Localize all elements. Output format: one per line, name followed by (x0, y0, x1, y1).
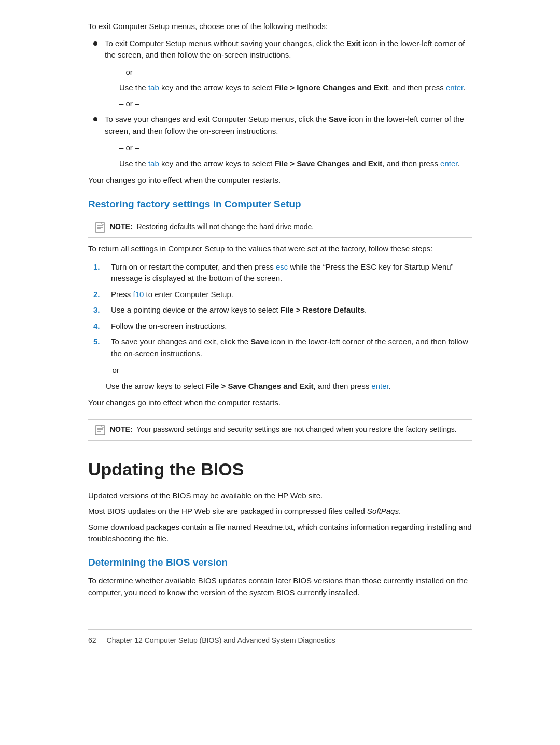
bullet-dot-2 (93, 117, 97, 121)
changes-effect-1: Your changes go into effect when the com… (88, 175, 472, 187)
bullet-item-1: To exit Computer Setup menus without sav… (88, 38, 472, 61)
enter-link-1[interactable]: enter (446, 83, 463, 92)
step-2: 2. Press f10 to enter Computer Setup. (88, 289, 472, 301)
step5-sub-text: Use the arrow keys to select File > Save… (106, 381, 472, 392)
step-2-content: Press f10 to enter Computer Setup. (111, 289, 472, 301)
step-5-content: To save your changes and exit, click the… (111, 336, 472, 359)
restoring-section-heading: Restoring factory settings in Computer S… (88, 197, 472, 212)
bullet-2-text-before: To save your changes and exit Computer S… (105, 115, 329, 123)
step-5-text-before: To save your changes and exit, click the (111, 337, 250, 346)
step-2-text-after: to enter Computer Setup. (144, 290, 233, 299)
step5-sub-end: . (389, 382, 391, 390)
esc-link[interactable]: esc (276, 262, 288, 271)
changes-effect-2: Your changes go into effect when the com… (88, 397, 472, 409)
restoring-steps-list: 1. Turn on or restart the computer, and … (88, 261, 472, 360)
step-2-text-before: Press (111, 290, 133, 299)
step-4-content: Follow the on-screen instructions. (111, 320, 472, 332)
bullet-1-content: To exit Computer Setup menus without sav… (105, 38, 472, 61)
note-label-1: NOTE: (110, 222, 133, 231)
note-box-2: NOTE: Your password settings and securit… (88, 419, 472, 441)
or-separator-2: – or – (119, 98, 472, 110)
sub-text-middle-2: key and the arrow keys to select (159, 159, 275, 168)
determining-section-heading: Determining the BIOS version (88, 555, 472, 570)
step5-sub-bold: File > Save Changes and Exit (206, 382, 314, 390)
restoring-intro: To return all settings in Computer Setup… (88, 243, 472, 255)
or-separator-1: – or – (119, 66, 472, 78)
step5-sub-middle: , and then press (314, 382, 372, 390)
step-5-bold: Save (250, 337, 269, 346)
bullet-dot-1 (93, 41, 97, 46)
step-number-2: 2. (93, 289, 107, 301)
note-box-1: NOTE: Restoring defaults will not change… (88, 217, 472, 238)
page-footer: 62 Chapter 12 Computer Setup (BIOS) and … (88, 629, 472, 646)
step-1-content: Turn on or restart the computer, and the… (111, 261, 472, 285)
step-4: 4. Follow the on-screen instructions. (88, 320, 472, 332)
footer-page-number: 62 (88, 635, 96, 646)
note-1-text: Restoring defaults will not change the h… (136, 222, 314, 231)
enter-link-2[interactable]: enter (440, 159, 457, 168)
step-number-4: 4. (93, 320, 107, 332)
step-number-1: 1. (93, 261, 107, 273)
bullet-1-sub-text: Use the tab key and the arrow keys to se… (119, 82, 472, 94)
step-number-5: 5. (93, 336, 107, 348)
bullet-1-bold-exit: Exit (346, 39, 361, 48)
sub-text-end-1: . (463, 83, 465, 92)
sub-text-middle-1: key and the arrow keys to select (159, 83, 275, 92)
step-3-bold: File > Restore Defaults (281, 305, 365, 314)
step-5: 5. To save your changes and exit, click … (88, 336, 472, 359)
sub-bold-1: File > Ignore Changes and Exit (274, 83, 388, 92)
step-3: 3. Use a pointing device or the arrow ke… (88, 304, 472, 316)
enter-link-3[interactable]: enter (371, 382, 388, 390)
or-separator-4: – or – (106, 364, 472, 376)
sub-text-after-1: , and then press (388, 83, 446, 92)
updating-bios-heading: Updating the BIOS (88, 456, 472, 483)
bullet-2-bold-save: Save (329, 115, 347, 123)
step-1: 1. Turn on or restart the computer, and … (88, 261, 472, 285)
tab-link-2[interactable]: tab (148, 159, 159, 168)
sub-text-before-2: Use the (119, 159, 148, 168)
page-container: To exit Computer Setup menus, choose one… (57, 0, 503, 677)
footer-chapter-text: Chapter 12 Computer Setup (BIOS) and Adv… (107, 635, 335, 646)
footer-content: 62 Chapter 12 Computer Setup (BIOS) and … (88, 635, 472, 646)
step5-sub-before: Use the arrow keys to select (106, 382, 206, 390)
updating-bios-para1: Updated versions of the BIOS may be avai… (88, 490, 472, 502)
sub-text-end-2: . (457, 159, 459, 168)
note-icon-1 (94, 222, 106, 233)
step-3-text-before: Use a pointing device or the arrow keys … (111, 305, 281, 314)
step-1-text-before: Turn on or restart the computer, and the… (111, 262, 276, 271)
para2-before: Most BIOS updates on the HP Web site are… (88, 507, 367, 515)
updating-bios-para3: Some download packages contain a file na… (88, 522, 472, 545)
step-3-content: Use a pointing device or the arrow keys … (111, 304, 472, 316)
note-2-text: Your password settings and security sett… (136, 425, 456, 433)
note-icon-2 (94, 425, 106, 436)
bullet-2-content: To save your changes and exit Computer S… (105, 114, 472, 137)
note-1-content: NOTE: Restoring defaults will not change… (110, 221, 466, 232)
bullet-item-2: To save your changes and exit Computer S… (88, 114, 472, 137)
or-separator-3: – or – (119, 142, 472, 154)
sub-text-after-2: , and then press (382, 159, 440, 168)
bullet-1-text-before: To exit Computer Setup menus without sav… (105, 39, 346, 48)
sub-bold-2: File > Save Changes and Exit (274, 159, 382, 168)
para2-after: . (399, 507, 401, 515)
save-exit-list: To save your changes and exit Computer S… (88, 114, 472, 137)
para2-italic: SoftPaqs (367, 507, 399, 515)
note-2-content: NOTE: Your password settings and securit… (110, 424, 466, 435)
intro-paragraph: To exit Computer Setup menus, choose one… (88, 21, 472, 33)
sub-text-before-1: Use the (119, 83, 148, 92)
step-3-text-after: . (365, 305, 367, 314)
f10-link[interactable]: f10 (133, 290, 144, 299)
tab-link-1[interactable]: tab (148, 83, 159, 92)
bullet-2-sub-text: Use the tab key and the arrow keys to se… (119, 158, 472, 170)
step-number-3: 3. (93, 304, 107, 316)
note-label-2: NOTE: (110, 425, 133, 433)
determining-para: To determine whether available BIOS upda… (88, 575, 472, 598)
updating-bios-para2: Most BIOS updates on the HP Web site are… (88, 505, 472, 517)
exit-methods-list: To exit Computer Setup menus without sav… (88, 38, 472, 61)
